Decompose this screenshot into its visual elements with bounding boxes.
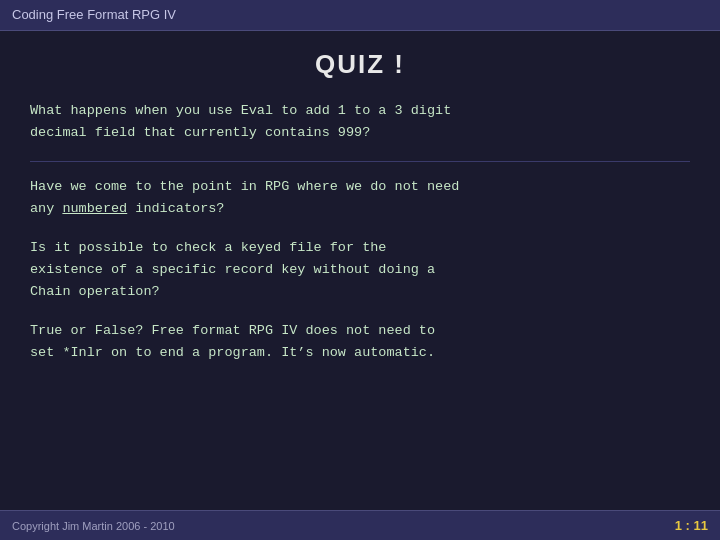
header-title: Coding Free Format RPG IV: [12, 7, 176, 22]
main-content: QUIZ ! What happens when you use Eval to…: [0, 31, 720, 509]
underline-word: numbered: [62, 201, 127, 216]
question-2: Have we come to the point in RPG where w…: [30, 176, 690, 219]
copyright-text: Copyright Jim Martin 2006 - 2010: [12, 520, 175, 532]
footer: Copyright Jim Martin 2006 - 2010 1 : 11: [0, 510, 720, 540]
quiz-title: QUIZ !: [30, 31, 690, 100]
page-number: 1 : 11: [675, 518, 708, 533]
divider-1: [30, 161, 690, 162]
question-4: True or False? Free format RPG IV does n…: [30, 320, 690, 363]
question-3: Is it possible to check a keyed file for…: [30, 237, 690, 302]
header-bar: Coding Free Format RPG IV: [0, 0, 720, 31]
question-1: What happens when you use Eval to add 1 …: [30, 100, 690, 143]
